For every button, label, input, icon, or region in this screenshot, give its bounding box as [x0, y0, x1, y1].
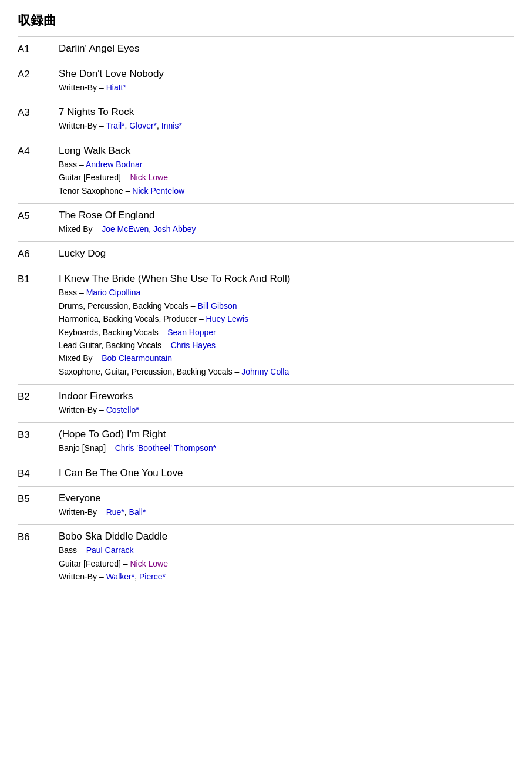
artist-link[interactable]: Joe McEwen: [102, 224, 149, 234]
track-credit: Banjo [Snap] – Chris 'Bootheel' Thompson…: [59, 441, 514, 454]
track-credit: Written-By – Rue*, Ball*: [59, 505, 514, 518]
artist-link[interactable]: Nick Lowe: [130, 559, 168, 568]
track-credit: Mixed By – Joe McEwen, Josh Abbey: [59, 223, 514, 235]
track-credit: Lead Guitar, Backing Vocals – Chris Haye…: [59, 339, 514, 352]
track-credit: Drums, Percussion, Backing Vocals – Bill…: [59, 299, 514, 312]
artist-link[interactable]: Rue*: [106, 507, 124, 517]
artist-link[interactable]: Josh Abbey: [153, 224, 196, 234]
artist-link[interactable]: Chris 'Bootheel' Thompson*: [115, 443, 216, 453]
track-item: B5EveryoneWritten-By – Rue*, Ball*: [18, 487, 514, 525]
track-number: A2: [18, 68, 59, 80]
track-item: A4Long Walk BackBass – Andrew BodnarGuit…: [18, 139, 514, 204]
artist-link[interactable]: Bob Clearmountain: [102, 353, 172, 363]
track-number: B1: [18, 273, 59, 285]
artist-link[interactable]: Trail*: [106, 121, 124, 130]
artist-link[interactable]: Walker*: [106, 572, 135, 581]
track-item: B6Bobo Ska Diddle DaddleBass – Paul Carr…: [18, 525, 514, 589]
track-number: B3: [18, 429, 59, 441]
track-title: Long Walk Back: [59, 145, 514, 157]
track-credit: Keyboards, Backing Vocals – Sean Hopper: [59, 326, 514, 339]
track-title: The Rose Of England: [59, 210, 514, 221]
artist-link[interactable]: Johnny Colla: [241, 367, 289, 376]
track-number: A3: [18, 106, 59, 119]
track-item: B2Indoor FireworksWritten-By – Costello*: [18, 385, 514, 423]
track-number: B4: [18, 467, 59, 480]
track-item: B4I Can Be The One You Love: [18, 461, 514, 487]
track-item: A2She Don't Love NobodyWritten-By – Hiat…: [18, 62, 514, 100]
artist-link[interactable]: Costello*: [106, 405, 139, 414]
track-credit: Written-By – Trail*, Glover*, Innis*: [59, 119, 514, 132]
track-list: A1Darlin' Angel EyesA2She Don't Love Nob…: [18, 37, 514, 589]
artist-link[interactable]: Nick Lowe: [130, 173, 168, 182]
track-item: B1I Knew The Bride (When She Use To Rock…: [18, 267, 514, 385]
artist-link[interactable]: Glover*: [129, 121, 157, 130]
track-title: I Can Be The One You Love: [59, 467, 514, 479]
track-credit: Written-By – Costello*: [59, 403, 514, 416]
track-credit: Written-By – Walker*, Pierce*: [59, 570, 514, 583]
track-credit: Mixed By – Bob Clearmountain: [59, 352, 514, 365]
track-details: Darlin' Angel Eyes: [59, 43, 514, 56]
track-number: A5: [18, 210, 59, 222]
track-number: B6: [18, 531, 59, 543]
track-title: I Knew The Bride (When She Use To Rock A…: [59, 273, 514, 285]
artist-link[interactable]: Paul Carrack: [86, 545, 134, 555]
track-details: Bobo Ska Diddle DaddleBass – Paul Carrac…: [59, 531, 514, 583]
track-title: Indoor Fireworks: [59, 390, 514, 402]
track-item: B3(Hope To God) I'm RightBanjo [Snap] – …: [18, 423, 514, 461]
track-credit: Bass – Mario Cipollina: [59, 286, 514, 299]
track-title: Everyone: [59, 493, 514, 504]
page-container: 収録曲 A1Darlin' Angel EyesA2She Don't Love…: [0, 0, 532, 601]
track-details: She Don't Love NobodyWritten-By – Hiatt*: [59, 68, 514, 94]
track-item: A1Darlin' Angel Eyes: [18, 37, 514, 62]
track-number: A4: [18, 145, 59, 157]
track-item: A6Lucky Dog: [18, 242, 514, 267]
track-title: (Hope To God) I'm Right: [59, 429, 514, 440]
track-credit: Bass – Andrew Bodnar: [59, 158, 514, 171]
track-number: A6: [18, 248, 59, 260]
artist-link[interactable]: Mario Cipollina: [86, 288, 141, 297]
track-number: A1: [18, 43, 59, 55]
track-credit: Harmonica, Backing Vocals, Producer – Hu…: [59, 312, 514, 325]
track-credit: Saxophone, Guitar, Percussion, Backing V…: [59, 365, 514, 378]
page-title: 収録曲: [18, 12, 514, 29]
track-number: B5: [18, 493, 59, 505]
artist-link[interactable]: Nick Pentelow: [132, 186, 184, 196]
track-details: (Hope To God) I'm RightBanjo [Snap] – Ch…: [59, 429, 514, 454]
track-details: I Knew The Bride (When She Use To Rock A…: [59, 273, 514, 378]
track-item: A5The Rose Of EnglandMixed By – Joe McEw…: [18, 204, 514, 242]
artist-link[interactable]: Bill Gibson: [198, 301, 237, 311]
track-title: She Don't Love Nobody: [59, 68, 514, 80]
track-details: The Rose Of EnglandMixed By – Joe McEwen…: [59, 210, 514, 235]
track-credit: Guitar [Featured] – Nick Lowe: [59, 171, 514, 184]
track-credit: Written-By – Hiatt*: [59, 81, 514, 94]
artist-link[interactable]: Pierce*: [139, 572, 166, 581]
track-title: Darlin' Angel Eyes: [59, 43, 514, 55]
artist-link[interactable]: Huey Lewis: [206, 314, 248, 323]
track-title: 7 Nights To Rock: [59, 106, 514, 118]
artist-link[interactable]: Sean Hopper: [167, 328, 216, 337]
track-credit: Guitar [Featured] – Nick Lowe: [59, 557, 514, 570]
artist-link[interactable]: Chris Hayes: [171, 341, 216, 350]
track-number: B2: [18, 390, 59, 403]
track-item: A37 Nights To RockWritten-By – Trail*, G…: [18, 100, 514, 139]
artist-link[interactable]: Innis*: [161, 121, 182, 130]
track-details: Indoor FireworksWritten-By – Costello*: [59, 390, 514, 416]
track-credit: Tenor Saxophone – Nick Pentelow: [59, 184, 514, 197]
track-credit: Bass – Paul Carrack: [59, 544, 514, 557]
track-details: Long Walk BackBass – Andrew BodnarGuitar…: [59, 145, 514, 197]
artist-link[interactable]: Hiatt*: [106, 83, 126, 92]
artist-link[interactable]: Ball*: [129, 507, 146, 517]
track-title: Lucky Dog: [59, 248, 514, 259]
track-details: EveryoneWritten-By – Rue*, Ball*: [59, 493, 514, 518]
track-details: 7 Nights To RockWritten-By – Trail*, Glo…: [59, 106, 514, 132]
track-details: I Can Be The One You Love: [59, 467, 514, 480]
track-title: Bobo Ska Diddle Daddle: [59, 531, 514, 542]
track-details: Lucky Dog: [59, 248, 514, 261]
artist-link[interactable]: Andrew Bodnar: [86, 160, 143, 169]
